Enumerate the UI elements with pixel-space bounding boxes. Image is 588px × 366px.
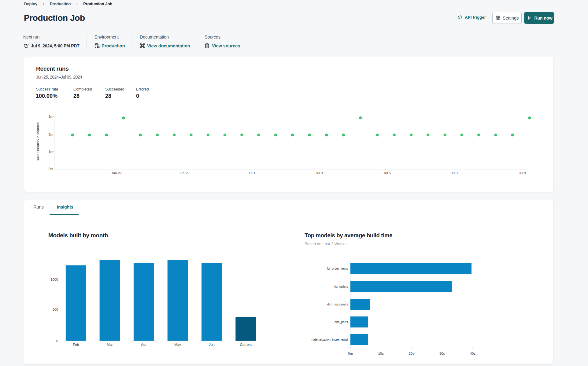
svg-text:dim_customers: dim_customers	[327, 303, 348, 306]
svg-text:Mar: Mar	[107, 343, 113, 346]
svg-text:10s: 10s	[378, 352, 384, 355]
svg-text:500: 500	[53, 308, 58, 311]
svg-text:2m: 2m	[49, 133, 53, 136]
svg-text:May: May	[174, 343, 181, 346]
svg-text:Build Duration in Minutes: Build Duration in Minutes	[36, 122, 40, 161]
svg-text:Apr: Apr	[141, 343, 146, 346]
svg-text:materialization_incremental: materialization_incremental	[311, 338, 348, 341]
svg-text:Jul 3: Jul 3	[316, 171, 323, 175]
svg-text:Jul 7: Jul 7	[451, 171, 458, 175]
svg-text:1000: 1000	[51, 278, 58, 281]
svg-text:Jul 1: Jul 1	[248, 171, 255, 175]
svg-text:Jul 9: Jul 9	[519, 171, 526, 175]
svg-text:0: 0	[56, 339, 58, 343]
svg-text:Feb: Feb	[73, 343, 79, 346]
svg-text:1m: 1m	[49, 150, 53, 153]
svg-text:0m: 0m	[348, 352, 353, 355]
svg-text:Jul 5: Jul 5	[383, 171, 391, 175]
svg-text:dim_parts: dim_parts	[335, 320, 348, 324]
svg-text:40s: 40s	[470, 352, 476, 355]
svg-text:fct_order_items: fct_order_items	[327, 267, 348, 270]
svg-text:20s: 20s	[409, 352, 415, 355]
svg-text:Jun: Jun	[209, 343, 215, 346]
svg-text:Current: Current	[240, 343, 252, 346]
svg-text:Jun 27: Jun 27	[111, 171, 122, 175]
svg-text:Jun 29: Jun 29	[179, 171, 190, 175]
svg-text:30s: 30s	[439, 352, 445, 355]
svg-text:0m: 0m	[49, 167, 53, 171]
svg-text:fct_orders: fct_orders	[335, 285, 348, 288]
svg-text:3m: 3m	[49, 115, 53, 118]
